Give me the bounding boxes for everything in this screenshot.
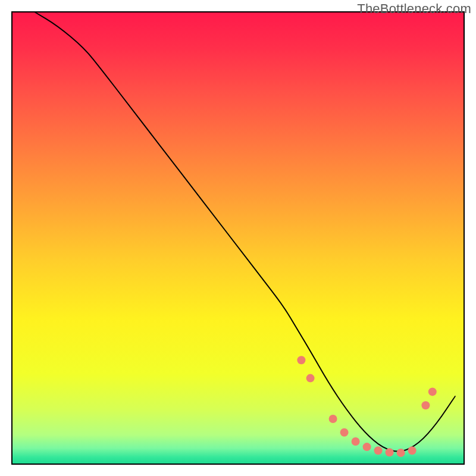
optimal-dot: [397, 449, 405, 457]
optimal-dot: [363, 443, 371, 451]
optimal-dot: [329, 415, 337, 423]
optimal-dot: [386, 448, 394, 456]
optimal-dot: [408, 446, 416, 455]
optimal-dot: [306, 374, 315, 383]
chart-background: [12, 12, 464, 464]
optimal-dot: [352, 437, 360, 446]
chart-container: TheBottleneck.com: [0, 0, 476, 476]
optimal-dot: [421, 401, 430, 409]
bottleneck-chart: [0, 0, 476, 476]
optimal-dot: [340, 428, 349, 437]
optimal-dot: [297, 356, 305, 364]
optimal-dot: [374, 446, 383, 455]
optimal-dot: [428, 387, 437, 396]
